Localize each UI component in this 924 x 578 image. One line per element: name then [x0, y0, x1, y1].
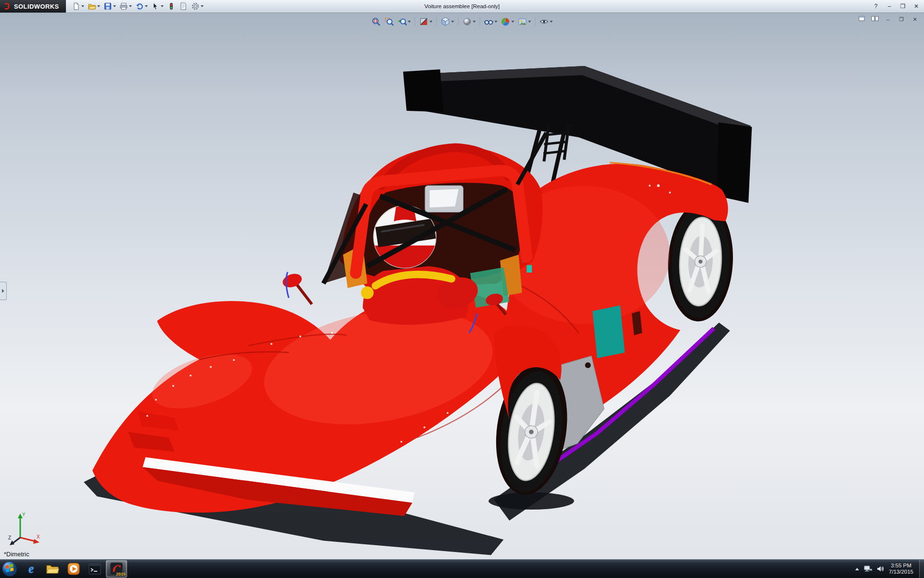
- headsup-view-toolbar: [368, 15, 556, 28]
- clock-time: 3:55 PM: [889, 563, 913, 569]
- taskbar-item-media-player[interactable]: [64, 561, 84, 577]
- edit-appearance-button[interactable]: [500, 16, 515, 27]
- system-tray: 3:55 PM 7/13/2015: [855, 560, 913, 578]
- car-model[interactable]: [0, 13, 924, 560]
- dropdown-caret[interactable]: [201, 5, 204, 7]
- zoom-to-area-icon: [385, 17, 394, 26]
- dropdown-caret[interactable]: [550, 21, 553, 23]
- view-settings-button[interactable]: [539, 16, 553, 27]
- new-document-button[interactable]: [71, 1, 85, 11]
- toolbar-separator: [415, 17, 415, 26]
- dropdown-caret[interactable]: [129, 5, 132, 7]
- save-button[interactable]: [103, 1, 117, 11]
- cockpit[interactable]: [281, 133, 546, 333]
- command-prompt-icon: [89, 563, 101, 575]
- taskbar-item-internet-explorer[interactable]: e: [21, 561, 41, 577]
- dropdown-caret[interactable]: [495, 21, 498, 23]
- app-titlebar: SOLIDWORKS: [0, 0, 924, 13]
- options-button[interactable]: [190, 1, 205, 11]
- minimize-button[interactable]: –: [885, 2, 894, 11]
- display-style-icon: [462, 17, 472, 26]
- restore-button[interactable]: ❐: [898, 2, 908, 11]
- print-button[interactable]: [118, 1, 133, 11]
- previous-view-icon: [398, 17, 407, 26]
- options-gear-icon: [191, 2, 200, 11]
- undo-icon: [135, 2, 144, 11]
- hide-show-items-button[interactable]: [484, 16, 498, 27]
- dropdown-caret[interactable]: [430, 21, 433, 23]
- triad-x-label: X: [37, 534, 40, 539]
- doc-restore-button[interactable]: ❐: [897, 15, 906, 23]
- dropdown-caret[interactable]: [113, 5, 116, 7]
- file-properties-button[interactable]: [178, 1, 189, 11]
- open-button[interactable]: [87, 1, 101, 11]
- reference-triad: Y X Z: [8, 510, 42, 547]
- undo-button[interactable]: [134, 1, 149, 11]
- apply-scene-icon: [518, 17, 527, 26]
- save-icon: [103, 2, 112, 11]
- dropdown-caret[interactable]: [145, 5, 148, 7]
- rebuild-icon: [167, 2, 176, 11]
- close-button[interactable]: ✕: [911, 2, 921, 11]
- section-view-button[interactable]: [419, 16, 433, 27]
- taskbar-apps: e: [21, 560, 127, 578]
- print-icon: [119, 2, 128, 11]
- start-orb-icon: [1, 561, 18, 577]
- tile-windows-icon[interactable]: [871, 16, 879, 23]
- toolbar-separator: [480, 17, 480, 26]
- view-settings-eye-icon: [539, 17, 549, 26]
- solidworks-mark-icon: [4, 2, 12, 10]
- previous-view-button[interactable]: [397, 16, 411, 27]
- dropdown-caret[interactable]: [81, 5, 84, 7]
- view-orientation-button[interactable]: [440, 16, 455, 27]
- file-properties-icon: [179, 2, 188, 11]
- toolbar-separator: [535, 17, 536, 26]
- toolbar-separator: [436, 17, 437, 26]
- doc-minimize-button[interactable]: –: [884, 15, 892, 23]
- dropdown-caret[interactable]: [528, 21, 531, 23]
- internet-explorer-icon: e: [28, 562, 35, 577]
- apply-scene-button[interactable]: [517, 16, 532, 27]
- taskbar-item-solidworks-2015[interactable]: 2015: [106, 560, 127, 578]
- section-view-icon: [419, 17, 429, 26]
- zoom-to-fit-icon: [372, 17, 381, 26]
- clock-date: 7/13/2015: [889, 569, 913, 575]
- doc-close-button[interactable]: ✕: [911, 15, 919, 23]
- zoom-to-area-button[interactable]: [384, 16, 395, 27]
- view-orientation-label: *Dimetric: [4, 551, 29, 558]
- hide-show-glasses-icon: [484, 17, 494, 26]
- triad-z-label: Z: [8, 535, 11, 540]
- car-body-front[interactable]: [92, 290, 518, 516]
- zoom-to-fit-button[interactable]: [371, 16, 382, 27]
- dropdown-caret[interactable]: [512, 21, 514, 23]
- show-hidden-icons-button[interactable]: [855, 568, 859, 570]
- graphics-viewport[interactable]: – ❐ ✕ Y X Z *Dimetric: [0, 13, 924, 560]
- show-desktop-button[interactable]: [919, 560, 924, 578]
- open-folder-icon: [88, 2, 96, 11]
- help-button[interactable]: ?: [871, 2, 881, 11]
- dropdown-caret[interactable]: [97, 5, 100, 7]
- network-icon[interactable]: [863, 565, 872, 573]
- taskbar-clock[interactable]: 3:55 PM 7/13/2015: [889, 563, 913, 575]
- dropdown-caret[interactable]: [473, 21, 476, 23]
- dropdown-caret[interactable]: [451, 21, 454, 23]
- brand-text: SOLIDWORKS: [14, 3, 59, 10]
- select-cursor-icon: [151, 2, 160, 11]
- new-window-icon[interactable]: [859, 16, 866, 23]
- rebuild-button[interactable]: [166, 1, 177, 11]
- expand-arrow-icon: [2, 289, 4, 293]
- taskbar-item-command-prompt[interactable]: [85, 561, 105, 577]
- cockpit-camera-box: [425, 185, 463, 212]
- solidworks-logo: SOLIDWORKS: [0, 0, 66, 13]
- solidworks-version-badge: 2015: [116, 572, 126, 577]
- feature-panel-expand-tab[interactable]: [0, 282, 7, 300]
- dropdown-caret[interactable]: [161, 5, 164, 7]
- volume-icon[interactable]: [876, 565, 885, 573]
- select-button[interactable]: [150, 1, 165, 11]
- appearance-ball-icon: [501, 17, 511, 26]
- taskbar-item-windows-explorer[interactable]: [42, 561, 63, 577]
- toolbar-separator: [458, 17, 459, 26]
- dropdown-caret[interactable]: [408, 21, 411, 23]
- display-style-button[interactable]: [462, 16, 476, 27]
- start-button[interactable]: [0, 560, 19, 578]
